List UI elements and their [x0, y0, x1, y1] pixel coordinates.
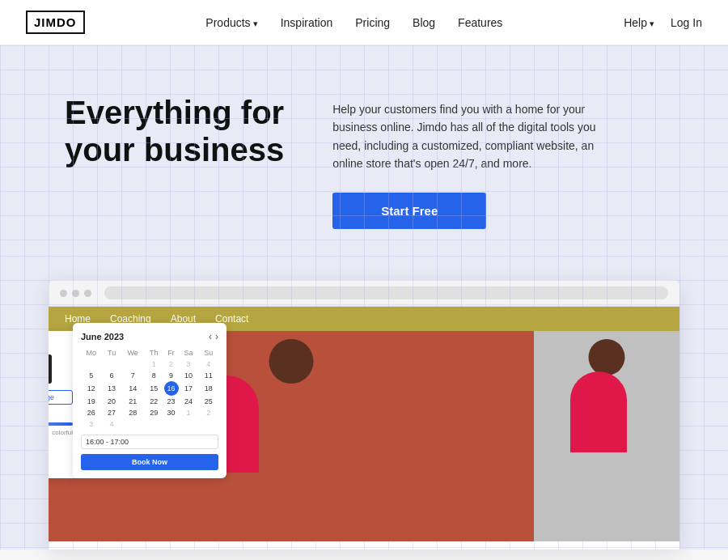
saturation-slider[interactable]	[49, 422, 73, 426]
browser-content: Home Coaching About Contact Color Palett…	[49, 307, 679, 549]
calendar-day	[144, 418, 164, 430]
calendar-day[interactable]: 3	[81, 418, 102, 430]
calendar-day[interactable]: 16	[164, 381, 179, 396]
calendar-day[interactable]: 1	[144, 358, 164, 370]
calendar-day[interactable]: 20	[102, 396, 122, 407]
hero-right: Help your customers find you with a home…	[332, 94, 663, 229]
browser-dot-2	[72, 290, 79, 297]
calendar-day	[179, 418, 199, 430]
navbar: JIMDO Products Inspiration Pricing Blog …	[0, 0, 728, 45]
calendar-day[interactable]: 5	[81, 370, 102, 381]
calendar-day[interactable]: 26	[81, 407, 102, 418]
main-nav: Products Inspiration Pricing Blog Featur…	[205, 15, 502, 30]
inner-site: Home Coaching About Contact Color Palett…	[49, 307, 679, 549]
calendar-day[interactable]: 21	[121, 396, 143, 407]
login-button[interactable]: Log In	[671, 16, 702, 29]
calendar-day[interactable]: 15	[144, 381, 164, 396]
calendar-day[interactable]: 7	[121, 370, 143, 381]
calendar-day[interactable]: 1	[179, 407, 199, 418]
cal-day-su: Su	[198, 347, 218, 358]
nav-item-blog[interactable]: Blog	[413, 15, 435, 30]
calendar-day[interactable]: 11	[198, 370, 218, 381]
calendar-header: June 2023 ‹ ›	[81, 331, 218, 342]
cal-day-fr: Fr	[164, 347, 179, 358]
calendar-day[interactable]: 3	[179, 358, 199, 370]
person-silhouette-right	[534, 331, 679, 541]
calendar-day[interactable]: 23	[164, 396, 179, 407]
browser-dot-1	[60, 290, 67, 297]
bottom-section: Websites without the effort Design your …	[0, 549, 728, 560]
nav-item-features[interactable]: Features	[458, 15, 502, 30]
start-free-button[interactable]: Start Free	[332, 193, 486, 229]
saturation-levels: muted mellow bright colorful	[49, 429, 73, 436]
cal-day-we: We	[121, 347, 143, 358]
calendar-day[interactable]: 4	[198, 358, 218, 370]
calendar-day	[121, 358, 143, 370]
calendar-day[interactable]: 19	[81, 396, 102, 407]
photo-right	[534, 331, 679, 541]
calendar-day[interactable]: 17	[179, 381, 199, 396]
calendar-day[interactable]: 29	[144, 407, 164, 418]
calendar-day	[81, 358, 102, 370]
mockup-area: Home Coaching About Contact Color Palett…	[0, 256, 728, 549]
calendar-day	[164, 418, 179, 430]
nav-item-pricing[interactable]: Pricing	[355, 15, 390, 30]
calendar-day[interactable]: 6	[102, 370, 122, 381]
swatch-4	[49, 354, 52, 384]
calendar-day[interactable]: 2	[164, 358, 179, 370]
hero-description: Help your customers find you with a home…	[332, 100, 607, 173]
calendar-day[interactable]: 13	[102, 381, 122, 396]
calendar-grid: Mo Tu We Th Fr Sa Su 1234567891011121314…	[81, 347, 218, 430]
calendar-day[interactable]: 18	[198, 381, 218, 396]
calendar-panel: June 2023 ‹ › Mo Tu We Th	[73, 323, 226, 478]
calendar-day[interactable]: 9	[164, 370, 179, 381]
cal-prev-icon[interactable]: ‹	[209, 331, 212, 342]
nav-item-inspiration[interactable]: Inspiration	[281, 15, 333, 30]
color-swatches	[49, 354, 73, 384]
help-link[interactable]: Help	[624, 16, 654, 29]
calendar-day[interactable]: 10	[179, 370, 199, 381]
calendar-day[interactable]: 2	[198, 407, 218, 418]
logo[interactable]: JIMDO	[26, 11, 85, 34]
calendar-day[interactable]: 4	[102, 418, 122, 430]
calendar-day[interactable]: 24	[179, 396, 199, 407]
similar-palettes-label: Similar Palettes	[49, 443, 73, 451]
hero-left: Everything for your business	[65, 94, 284, 168]
hero-section: Everything for your business Help your c…	[0, 45, 728, 256]
browser-dot-3	[84, 290, 91, 297]
calendar-day[interactable]: 28	[121, 407, 143, 418]
cal-day-mo: Mo	[81, 347, 102, 358]
nav-item-products[interactable]: Products	[205, 15, 257, 30]
calendar-day[interactable]: 12	[81, 381, 102, 396]
browser-mockup: Home Coaching About Contact Color Palett…	[49, 280, 679, 549]
calendar-day[interactable]: 25	[198, 396, 218, 407]
calendar-day[interactable]: 27	[102, 407, 122, 418]
browser-url-bar	[104, 286, 668, 299]
browser-bar	[49, 280, 679, 307]
calendar-day[interactable]: 22	[144, 396, 164, 407]
hero-title: Everything for your business	[65, 94, 284, 168]
calendar-day	[121, 418, 143, 430]
cal-next-icon[interactable]: ›	[215, 331, 218, 342]
cal-day-tu: Tu	[102, 347, 122, 358]
cal-day-sa: Sa	[179, 347, 199, 358]
book-now-button[interactable]: Book Now	[81, 454, 218, 470]
calendar-day[interactable]: 14	[121, 381, 143, 396]
calendar-day	[198, 418, 218, 430]
color-palette-title: Color Palette	[49, 339, 73, 348]
saturation-label: Saturation	[49, 411, 73, 419]
calendar-nav[interactable]: ‹ ›	[209, 331, 218, 342]
similar-swatches	[49, 454, 73, 470]
calendar-title: June 2023	[81, 332, 124, 342]
cal-day-th: Th	[144, 347, 164, 358]
create-palette-button[interactable]: Create palette from image	[49, 390, 73, 405]
calendar-day[interactable]: 30	[164, 407, 179, 418]
navbar-right: Help Log In	[624, 16, 702, 29]
time-input-row	[81, 435, 218, 449]
calendar-day[interactable]: 8	[144, 370, 164, 381]
calendar-day	[102, 358, 122, 370]
time-input[interactable]	[81, 435, 218, 449]
